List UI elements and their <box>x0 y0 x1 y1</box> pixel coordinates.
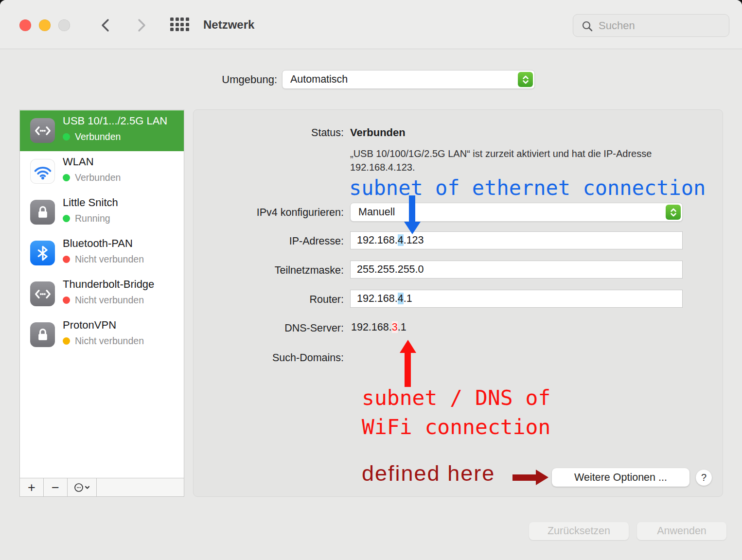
search-field[interactable] <box>573 14 729 37</box>
status-dot <box>63 174 70 181</box>
remove-service-button[interactable]: − <box>44 478 68 497</box>
stepper-up-down-icon <box>518 72 533 87</box>
show-all-grid-icon[interactable] <box>170 18 189 31</box>
service-actions-menu-button[interactable] <box>68 478 97 497</box>
router-value-rest: .1 <box>404 293 412 304</box>
status-label: Status: <box>198 127 344 139</box>
sidebar-item-little-snitch[interactable]: Little Snitch Running <box>20 192 184 233</box>
help-button[interactable]: ? <box>696 470 712 486</box>
chevron-right-icon <box>132 17 150 34</box>
ipv4-configure-select[interactable]: Manuell <box>350 203 683 222</box>
service-status: Nicht verbunden <box>75 335 144 347</box>
search-icon <box>581 20 594 33</box>
back-button[interactable] <box>97 17 115 34</box>
service-name: Bluetooth-PAN <box>63 237 133 250</box>
minimize-window-button[interactable] <box>39 19 51 31</box>
search-domains-label: Such-Domains: <box>198 352 344 364</box>
zoom-window-button <box>58 19 70 31</box>
more-options-icon <box>74 482 90 493</box>
darkred-arrow-right <box>512 474 536 481</box>
sidebar-toolbar: + − <box>20 478 184 496</box>
service-status: Verbunden <box>75 131 121 142</box>
ethernet-icon <box>30 118 55 143</box>
services-sidebar: USB 10/1.../2.5G LAN Verbunden WLAN Verb… <box>19 109 184 497</box>
ethernet-icon <box>30 281 55 306</box>
router-subnet-highlight: 4 <box>398 293 404 304</box>
ip-address-field[interactable]: 192.168.4.123 <box>350 231 683 249</box>
status-dot <box>63 337 70 345</box>
sidebar-item-usb-lan[interactable]: USB 10/1.../2.5G LAN Verbunden <box>20 110 184 151</box>
revert-button[interactable]: Zurücksetzen <box>529 522 629 540</box>
dns-subnet-highlight: 3 <box>392 321 398 333</box>
blue-arrow-down-head <box>404 222 421 234</box>
environment-label: Umgebung: <box>146 73 277 86</box>
sidebar-item-wlan[interactable]: WLAN Verbunden <box>20 151 184 192</box>
service-status: Running <box>75 213 110 224</box>
status-dot <box>63 256 70 263</box>
chevron-left-icon <box>97 17 115 34</box>
page-title: Netzwerk <box>203 18 254 32</box>
title-bar: Netzwerk <box>0 0 742 49</box>
service-status: Verbunden <box>75 172 121 183</box>
subnet-mask-field[interactable]: 255.255.255.0 <box>350 261 683 279</box>
router-field[interactable]: 192.168.4.1 <box>350 290 683 308</box>
service-status: Nicht verbunden <box>75 295 144 306</box>
ip-address-label: IP-Adresse: <box>198 235 344 247</box>
advanced-options-button[interactable]: Weitere Optionen ... <box>552 468 689 487</box>
service-name: USB 10/1.../2.5G LAN <box>63 115 167 127</box>
annotation-defined-here: defined here <box>362 461 495 486</box>
close-window-button[interactable] <box>19 19 31 31</box>
sidebar-item-protonvpn[interactable]: ProtonVPN Nicht verbunden <box>20 315 184 355</box>
annotation-subnet-dns-line1: subnet / DNS of <box>362 385 550 410</box>
status-value: Verbunden <box>350 126 406 139</box>
dns-server-value: 192.168.3.1 <box>351 321 406 333</box>
service-name: ProtonVPN <box>63 319 116 332</box>
network-preferences-window: Netzwerk Umgebung: Automatisch USB 10/1.… <box>0 0 742 560</box>
blue-arrow-down <box>409 195 415 223</box>
dns-server-label: DNS-Server: <box>198 322 344 334</box>
wifi-icon <box>30 159 55 184</box>
ipv4-configure-value: Manuell <box>358 203 395 221</box>
sidebar-item-thunderbolt-bridge[interactable]: Thunderbolt-Bridge Nicht verbunden <box>20 274 184 315</box>
add-service-button[interactable]: + <box>20 478 44 497</box>
service-name: Thunderbolt-Bridge <box>63 278 154 291</box>
ipv4-configure-label: IPv4 konfigurieren: <box>198 207 344 219</box>
subnet-mask-label: Teilnetzmaske: <box>198 264 344 277</box>
apply-button[interactable]: Anwenden <box>637 522 726 540</box>
subnet-mask-value: 255.255.255.0 <box>357 263 424 275</box>
bluetooth-icon <box>30 241 55 265</box>
ip-subnet-highlight: 4 <box>398 234 404 246</box>
status-dot <box>63 215 70 222</box>
red-arrow-up <box>405 351 411 387</box>
router-value: 192.168. <box>357 293 398 304</box>
environment-select[interactable]: Automatisch <box>282 70 535 89</box>
status-description: „USB 10/100/1G/2.5G LAN“ ist zurzeit akt… <box>350 147 670 174</box>
annotation-subnet-dns-line2: WiFi connection <box>362 415 550 439</box>
lock-icon <box>30 322 55 347</box>
lock-icon <box>30 200 55 225</box>
status-dot <box>63 133 70 140</box>
search-input[interactable] <box>599 15 725 36</box>
service-name: Little Snitch <box>63 196 118 209</box>
stepper-up-down-icon <box>666 205 681 220</box>
annotation-subnet-ethernet: subnet of ethernet connection <box>349 176 706 200</box>
service-name: WLAN <box>63 156 94 168</box>
forward-button[interactable] <box>132 17 150 34</box>
darkred-arrow-right-head <box>536 470 548 485</box>
ip-address-value-rest: .123 <box>404 234 424 246</box>
router-label: Router: <box>198 294 344 306</box>
ip-address-value: 192.168. <box>357 234 398 246</box>
service-status: Nicht verbunden <box>75 254 144 265</box>
sidebar-item-bluetooth-pan[interactable]: Bluetooth-PAN Nicht verbunden <box>20 233 184 274</box>
status-dot <box>63 297 70 304</box>
environment-select-value: Automatisch <box>290 70 348 88</box>
